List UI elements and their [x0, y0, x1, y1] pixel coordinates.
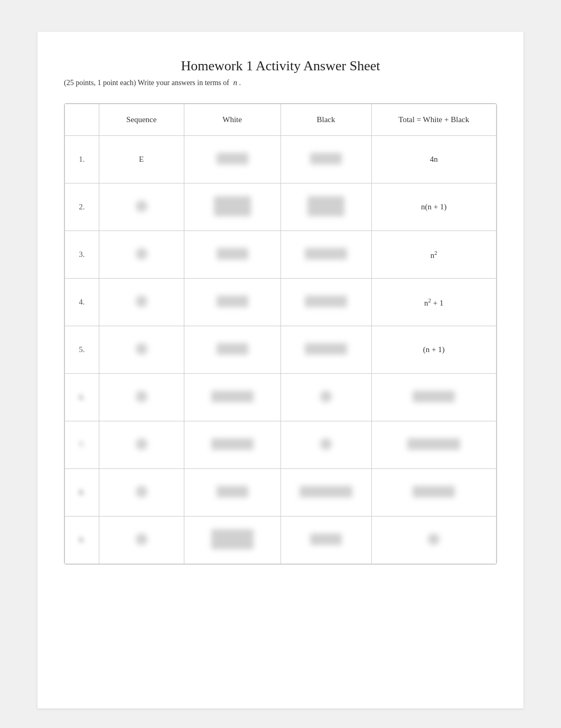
row-8-total [371, 469, 497, 517]
row-9-total [371, 517, 497, 564]
n-variable: n [233, 78, 237, 87]
row-8-num: 8. [65, 469, 99, 517]
row-5-white [184, 326, 280, 374]
col-header-total: Total = White + Black [371, 104, 497, 136]
row-2-white [184, 183, 280, 231]
row-6-total [371, 374, 497, 421]
row-3-white [184, 231, 280, 279]
page: Homework 1 Activity Answer Sheet (25 poi… [38, 32, 523, 708]
row-2-black [280, 183, 371, 231]
row-9-sequence [99, 517, 184, 564]
table-row: 1. E 4n [65, 136, 497, 183]
table-row: 8. [65, 469, 497, 517]
answer-table-wrapper: Sequence White Black Total = White + Bla… [64, 103, 497, 565]
row-4-white [184, 279, 280, 326]
table-row: 5. [65, 326, 497, 374]
subtitle: (25 points, 1 point each) Write your ans… [64, 78, 497, 87]
table-row: 9. [65, 517, 497, 564]
row-4-sequence [99, 279, 184, 326]
col-header-white: White [184, 104, 280, 136]
row-2-total: n(n + 1) [371, 183, 497, 231]
page-title: Homework 1 Activity Answer Sheet [64, 58, 497, 74]
row-5-num: 5. [65, 326, 99, 374]
table-row: 6. [65, 374, 497, 421]
row-4-total: n2 + 1 [371, 279, 497, 326]
col-header-sequence: Sequence [99, 104, 184, 136]
row-1-total: 4n [371, 136, 497, 183]
row-1-black [280, 136, 371, 183]
row-1-white [184, 136, 280, 183]
row-4-black [280, 279, 371, 326]
row-3-num: 3. [65, 231, 99, 279]
row-2-num: 2. [65, 183, 99, 231]
row-8-sequence [99, 469, 184, 517]
row-7-white [184, 421, 280, 469]
row-3-total: n2 [371, 231, 497, 279]
row-9-white [184, 517, 280, 564]
row-8-white [184, 469, 280, 517]
row-1-sequence: E [99, 136, 184, 183]
row-6-white [184, 374, 280, 421]
row-9-num: 9. [65, 517, 99, 564]
row-6-num: 6. [65, 374, 99, 421]
row-7-black [280, 421, 371, 469]
row-2-sequence [99, 183, 184, 231]
row-8-black [280, 469, 371, 517]
table-header-row: Sequence White Black Total = White + Bla… [65, 104, 497, 136]
row-9-black [280, 517, 371, 564]
row-5-black [280, 326, 371, 374]
row-5-total: (n + 1) [371, 326, 497, 374]
table-row: 4. [65, 279, 497, 326]
row-7-num: 7. [65, 421, 99, 469]
row-6-sequence [99, 374, 184, 421]
row-3-black [280, 231, 371, 279]
row-4-num: 4. [65, 279, 99, 326]
row-5-sequence [99, 326, 184, 374]
col-header-num [65, 104, 99, 136]
answer-table: Sequence White Black Total = White + Bla… [64, 104, 497, 564]
table-row: 2. [65, 183, 497, 231]
row-7-sequence [99, 421, 184, 469]
table-row: 3. [65, 231, 497, 279]
row-3-sequence [99, 231, 184, 279]
table-row: 7. [65, 421, 497, 469]
col-header-black: Black [280, 104, 371, 136]
row-6-black [280, 374, 371, 421]
row-7-total [371, 421, 497, 469]
row-1-num: 1. [65, 136, 99, 183]
